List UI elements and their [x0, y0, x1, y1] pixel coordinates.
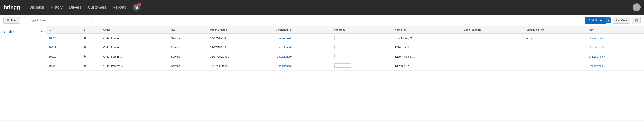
cell-created-0: 02/17/2021 4:... [208, 33, 274, 43]
col-fleet: Fleet [586, 26, 644, 33]
nav-dispatch[interactable]: Dispatch [28, 3, 45, 11]
assigned-label-1: Unassigned [276, 46, 291, 49]
col-progress: Progress [332, 26, 392, 33]
fleet-caret-0: ▾ [604, 37, 604, 39]
cell-done-planning-0 [461, 33, 524, 43]
cell-progress-1 [332, 43, 392, 52]
col-order-created: Order Created [208, 26, 274, 33]
sidebar: On-Shift ▾ [0, 26, 46, 120]
on-shift-label: On-Shift [3, 30, 14, 33]
table-row: 10014 Order from m... Service 02/17/2021… [46, 33, 644, 43]
on-shift-caret: ▾ [41, 30, 42, 33]
status-dot [84, 46, 86, 48]
assigned-dropdown-2[interactable]: Unassigned ▾ [276, 55, 329, 58]
filter-button[interactable]: Filter [3, 17, 20, 24]
add-order-group: Add Order ▾ [585, 17, 611, 24]
cell-id-10014[interactable]: 10014 [46, 33, 81, 43]
cell-assigned-0[interactable]: Unassigned ▾ [274, 33, 332, 43]
filter-icon [6, 19, 10, 22]
progress-bar-0 [334, 36, 351, 40]
logo[interactable]: bringg [3, 2, 20, 12]
cell-progress-0 [332, 33, 392, 43]
user-avatar[interactable] [633, 3, 641, 11]
cell-done-planning-3 [461, 61, 524, 71]
orders-table: ID S Order Tag Order Created Assigned To… [46, 26, 644, 71]
cell-id-10013[interactable]: 10013 [46, 43, 81, 52]
cell-fleet-2[interactable]: Unassigned ▾ [586, 52, 644, 61]
add-order-caret-button[interactable]: ▾ [606, 17, 611, 23]
cell-scheduled-0: -- : -- [524, 33, 586, 43]
cell-fleet-3[interactable]: Unassigned ▾ [586, 61, 644, 71]
cell-assigned-1[interactable]: Unassigned ▾ [274, 43, 332, 52]
status-dot [84, 37, 86, 39]
add-order-button[interactable]: Add Order [585, 17, 606, 24]
assigned-label-3: Unassigned [276, 64, 291, 67]
table-row: 10013 Order from m... Service 02/17/2021… [46, 43, 644, 52]
cell-created-3: 12/27/2020 1:... [208, 61, 274, 71]
col-order: Order [101, 26, 168, 33]
col-assigned-to: Assigned To [274, 26, 332, 33]
cell-fleet-1[interactable]: Unassigned ▾ [586, 43, 644, 52]
progress-bar-2 [334, 54, 351, 58]
cell-order-0: Order from m... [101, 33, 168, 43]
cell-id-19826[interactable]: 19826 [46, 61, 81, 71]
table-header: ID S Order Tag Order Created Assigned To… [46, 26, 644, 33]
col-s: S [81, 26, 101, 33]
cell-next-stop-1: 3316 Lavalle [392, 43, 461, 52]
fleet-dropdown-0[interactable]: Unassigned ▾ [588, 37, 642, 40]
notification-badge: 1 [138, 3, 141, 6]
fleet-label-3: Unassigned [588, 64, 603, 67]
toolbar: Filter Add Order ▾ List View 🌐 [0, 15, 644, 26]
col-tag: Tag [168, 26, 208, 33]
assigned-dropdown-3[interactable]: Unassigned ▾ [276, 64, 329, 67]
col-done-planning: Done Planning [461, 26, 524, 33]
nav-drivers[interactable]: Drivers [68, 3, 82, 11]
assigned-dropdown-0[interactable]: Unassigned ▾ [276, 37, 329, 40]
assigned-caret-1: ▾ [291, 46, 292, 49]
cell-next-stop-3: 13 האירוסים [392, 61, 461, 71]
cell-tag-2: Service [168, 52, 208, 61]
col-scheduled-for: Scheduled For [524, 26, 586, 33]
sidebar-item-on-shift[interactable]: On-Shift ▾ [0, 28, 46, 35]
cell-tag-1: Service [168, 43, 208, 52]
assigned-caret-3: ▾ [291, 65, 292, 67]
nav-reports[interactable]: Reports [112, 3, 127, 11]
fleet-label-1: Unassigned [588, 46, 603, 49]
assigned-label-2: Unassigned [276, 55, 291, 58]
cell-s-3 [81, 61, 101, 71]
cell-order-1: Order from m... [101, 43, 168, 52]
fleet-dropdown-2[interactable]: Unassigned ▾ [588, 55, 642, 58]
cell-assigned-2[interactable]: Unassigned ▾ [274, 52, 332, 61]
progress-bar-1 [334, 45, 351, 49]
filter-label: Filter [11, 19, 17, 22]
nav-customers[interactable]: Customers [87, 3, 107, 11]
nav-history[interactable]: History [50, 3, 63, 11]
cell-done-planning-1 [461, 43, 524, 52]
fleet-dropdown-3[interactable]: Unassigned ▾ [588, 64, 642, 67]
fleet-dropdown-1[interactable]: Unassigned ▾ [588, 46, 642, 49]
cell-tag-3: Service [168, 61, 208, 71]
cell-assigned-3[interactable]: Unassigned ▾ [274, 61, 332, 71]
col-next-stop: Next Stop [392, 26, 461, 33]
fleet-caret-2: ▾ [604, 55, 604, 58]
cell-order-2: Order from m... [101, 52, 168, 61]
globe-button[interactable]: 🌐 [632, 17, 641, 24]
fleet-label-2: Unassigned [588, 55, 603, 58]
assigned-dropdown-1[interactable]: Unassigned ▾ [276, 46, 329, 49]
cell-s-2 [81, 52, 101, 61]
cell-created-1: 02/17/2021 4:... [208, 43, 274, 52]
assigned-caret-0: ▾ [291, 37, 292, 39]
cell-id-10012[interactable]: 10012 [46, 52, 81, 61]
cell-next-stop-0: Huai Huang G... [392, 33, 461, 43]
search-input[interactable] [30, 19, 90, 22]
notification-bell[interactable]: 1 [133, 3, 140, 11]
cell-next-stop-2: 1299 Huron St... [392, 52, 461, 61]
cell-tag-0: Service [168, 33, 208, 43]
search-box [22, 17, 93, 23]
table-area: ID S Order Tag Order Created Assigned To… [46, 26, 644, 120]
cell-s-0 [81, 33, 101, 43]
list-view-button[interactable]: List View [613, 17, 630, 24]
cell-fleet-0[interactable]: Unassigned ▾ [586, 33, 644, 43]
col-id: ID [46, 26, 81, 33]
fleet-caret-1: ▾ [604, 46, 604, 49]
